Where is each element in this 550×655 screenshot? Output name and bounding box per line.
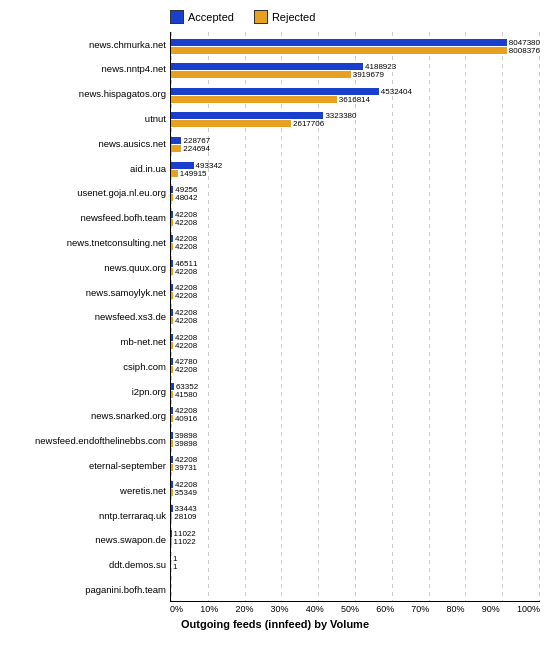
accepted-bar [171, 112, 323, 119]
bar-row: 228767224694 [171, 132, 540, 157]
x-axis-tick-label: 50% [341, 604, 359, 614]
y-label: newsfeed.endofthelinebbs.com [10, 435, 166, 446]
rejected-bar-line: 28109 [171, 513, 540, 520]
rejected-bar-line: 35349 [171, 489, 540, 496]
rejected-legend-box [254, 10, 268, 24]
rejected-bar-line: 41580 [171, 391, 540, 398]
rejected-bar [171, 415, 173, 422]
y-label: usenet.goja.nl.eu.org [10, 187, 166, 198]
bar-row: 4220842208 [171, 280, 540, 305]
accepted-bar [171, 505, 173, 512]
x-axis-title: Outgoing feeds (innfeed) by Volume [10, 618, 540, 630]
rejected-bar-line: 39898 [171, 440, 540, 447]
bar-group: 4220840916 [171, 407, 540, 422]
accepted-bar-line: 33443 [171, 505, 540, 512]
rejected-value-label: 39731 [175, 463, 197, 472]
rejected-bar [171, 120, 291, 127]
accepted-bar [171, 407, 173, 414]
accepted-bar [171, 530, 172, 537]
bar-group: 4220842208 [171, 284, 540, 299]
x-axis-tick-label: 100% [517, 604, 540, 614]
bar-row: 3344328109 [171, 501, 540, 526]
rejected-bar [171, 194, 173, 201]
rejected-bar [171, 366, 173, 373]
y-label: news.snarked.org [10, 410, 166, 421]
rejected-value-label: 224694 [183, 144, 210, 153]
bar-row: 6335241580 [171, 378, 540, 403]
bar-group [171, 579, 540, 594]
rejected-bar [171, 219, 173, 226]
rejected-bar-line: 1 [171, 563, 540, 570]
rejected-bar [171, 170, 178, 177]
x-axis-tick-label: 0% [170, 604, 183, 614]
rejected-bar-line: 224694 [171, 145, 540, 152]
rejected-bar-line: 11022 [171, 538, 540, 545]
rejected-value-label: 40916 [175, 414, 197, 423]
accepted-bar [171, 260, 173, 267]
bar-row: 3989839898 [171, 427, 540, 452]
rejected-value-label: 42208 [175, 218, 197, 227]
accepted-bar [171, 63, 363, 70]
accepted-bar-line: 493342 [171, 162, 540, 169]
bar-group: 493342149915 [171, 162, 540, 177]
bar-group: 4220842208 [171, 309, 540, 324]
rejected-value-label: 42208 [175, 291, 197, 300]
rejected-value-label: 42208 [175, 341, 197, 350]
rejected-bar-line: 40916 [171, 415, 540, 422]
accepted-bar [171, 186, 173, 193]
x-axis-tick-label: 10% [200, 604, 218, 614]
bar-group: 4220835349 [171, 481, 540, 496]
bars-area: 8047380800837641889233919679453240436168… [170, 32, 540, 602]
bar-row: 80473808008376 [171, 34, 540, 59]
accepted-bar [171, 162, 194, 169]
accepted-bar-line: 1 [171, 555, 540, 562]
accepted-legend-box [170, 10, 184, 24]
bar-row: 11 [171, 550, 540, 575]
x-axis-tick-label: 70% [411, 604, 429, 614]
rejected-bar [171, 489, 173, 496]
accepted-bar [171, 211, 173, 218]
rejected-value-label: 39898 [175, 439, 197, 448]
accepted-bar-line [171, 579, 540, 586]
accepted-bar-line: 42208 [171, 481, 540, 488]
y-label: ddt.demos.su [10, 559, 166, 570]
bar-group: 41889233919679 [171, 63, 540, 78]
accepted-bar-line: 42208 [171, 456, 540, 463]
accepted-bar [171, 88, 379, 95]
y-label: utnut [10, 113, 166, 124]
bar-group: 4278042208 [171, 358, 540, 373]
x-axis-tick-label: 40% [306, 604, 324, 614]
accepted-bar-line: 4532404 [171, 88, 540, 95]
bar-group: 33233802617706 [171, 112, 540, 127]
bar-row: 1102211022 [171, 525, 540, 550]
y-label: i2pn.org [10, 386, 166, 397]
bar-row: 4220842208 [171, 329, 540, 354]
y-label: eternal-september [10, 460, 166, 471]
bar-group: 3344328109 [171, 505, 540, 520]
bar-group: 4220842208 [171, 235, 540, 250]
accepted-bar-line: 42208 [171, 235, 540, 242]
x-axis-tick-label: 80% [447, 604, 465, 614]
bar-group: 4651142208 [171, 260, 540, 275]
rejected-bar [171, 342, 173, 349]
x-axis-tick-label: 60% [376, 604, 394, 614]
accepted-bar-line: 42208 [171, 407, 540, 414]
rejected-bar-line: 42208 [171, 292, 540, 299]
bar-group: 3989839898 [171, 432, 540, 447]
accepted-value-label: 3323380 [325, 111, 356, 120]
rejected-bar-line: 149915 [171, 170, 540, 177]
rejected-bar [171, 513, 172, 520]
rejected-bar-line: 3616814 [171, 96, 540, 103]
rejected-bar [171, 317, 173, 324]
bar-row: 33233802617706 [171, 108, 540, 133]
y-label: aid.in.ua [10, 163, 166, 174]
bar-row [171, 574, 540, 599]
accepted-bar [171, 456, 173, 463]
rejected-value-label: 149915 [180, 169, 207, 178]
rejected-bar-line: 48042 [171, 194, 540, 201]
rejected-value-label: 3919679 [353, 70, 384, 79]
rejected-value-label: 2617706 [293, 119, 324, 128]
accepted-bar [171, 39, 507, 46]
rejected-bar-line: 8008376 [171, 47, 540, 54]
y-label: news.quux.org [10, 262, 166, 273]
